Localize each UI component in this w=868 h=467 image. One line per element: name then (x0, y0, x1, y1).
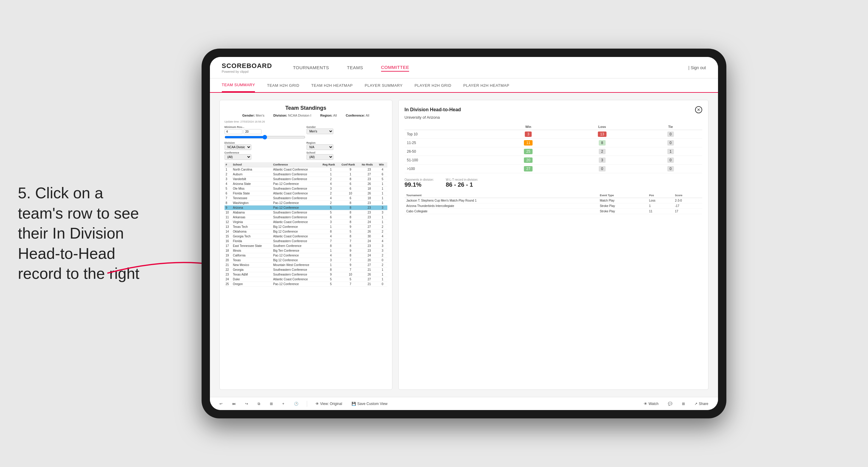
top-nav: SCOREBOARD Powered by clippd TOURNAMENTS… (210, 57, 718, 79)
save-custom-button[interactable]: 💾 Save Custom View (349, 401, 390, 407)
table-row[interactable]: 25 Oregon Pac-12 Conference 5 7 21 0 (224, 282, 388, 287)
tournament-row: Arizona Thunderbirds Intercollegiate Str… (405, 204, 702, 209)
table-row[interactable]: 3 Vanderbilt Southeastern Conference 2 8… (224, 177, 388, 182)
grid-button[interactable]: ⊞ (680, 401, 687, 407)
region-select[interactable]: N/A (307, 144, 333, 150)
col-conference: Conference (272, 162, 321, 167)
table-row[interactable]: 11 Arkansas Southeastern Conference 6 8 … (224, 215, 388, 220)
wlt-stat: W-L-T record in-division: 86 - 26 - 1 (446, 178, 478, 188)
nav-committee[interactable]: COMMITTEE (381, 64, 409, 71)
left-panel: Team Standings Gender: Men's Division: N… (219, 100, 393, 390)
right-panel: In Division Head-to-Head ✕ University of… (398, 100, 709, 390)
h2h-table: Win Loss Tie Top 10 3 13 0 11-25 11 8 0 … (405, 124, 702, 173)
tab-player-h2h-grid[interactable]: PLAYER H2H GRID (414, 79, 452, 92)
close-button[interactable]: ✕ (695, 106, 702, 113)
standings-card: Team Standings Gender: Men's Division: N… (219, 100, 393, 390)
clock-button[interactable]: 🕐 (291, 401, 301, 407)
table-row[interactable]: 2 Auburn Southeastern Conference 1 1 27 … (224, 172, 388, 177)
add-button[interactable]: + (280, 401, 287, 407)
table-row[interactable]: 23 Texas A&M Southeastern Conference 9 1… (224, 272, 388, 277)
logo-title: SCOREBOARD (222, 62, 272, 70)
opponents-stat: Opponents in division: 99.1% (405, 178, 434, 188)
h2h-team: University of Arizona (405, 115, 702, 120)
table-row[interactable]: 4 Arizona State Pac-12 Conference 4 6 26… (224, 182, 388, 186)
col-rnds: No Rnds (361, 162, 378, 167)
min-rounds-input[interactable] (224, 129, 242, 134)
table-row[interactable]: 8 Washington Pac-12 Conference 2 8 23 1 (224, 201, 388, 206)
table-row[interactable]: 21 New Mexico Mountain West Conference 1… (224, 263, 388, 268)
watch-icon: 👁 (644, 402, 647, 406)
nav-tournaments[interactable]: TOURNAMENTS (293, 64, 329, 71)
nav-teams[interactable]: TEAMS (347, 64, 363, 71)
region-filter: Region N/A (307, 142, 388, 150)
gender-select[interactable]: Men's (307, 128, 333, 134)
tourn-col-name: Tournament (405, 193, 598, 198)
share-button[interactable]: ↗ Share (692, 401, 711, 407)
table-row[interactable]: 19 California Pac-12 Conference 4 8 24 2 (224, 253, 388, 258)
table-row[interactable]: 14 Oklahoma Big 12 Conference 8 5 26 2 (224, 229, 388, 234)
col-win: Win (378, 162, 387, 167)
h2h-stats: Opponents in division: 99.1% W-L-T recor… (405, 178, 702, 188)
standings-filters: Gender: Men's Division: NCAA Division I … (224, 114, 388, 117)
tablet-frame: SCOREBOARD Powered by clippd TOURNAMENTS… (202, 49, 726, 418)
watch-button[interactable]: 👁 Watch (641, 401, 661, 407)
col-school: School (232, 162, 272, 167)
redo-button[interactable]: ↪ (243, 401, 250, 407)
school-select[interactable]: (All) (307, 154, 333, 160)
conference-select[interactable]: (All) (224, 154, 251, 160)
tournament-row: Cabo Collegiate Stroke Play 11 17 (405, 209, 702, 214)
table-row[interactable]: 17 East Tennessee State Southern Confere… (224, 244, 388, 248)
tab-team-h2h-heatmap[interactable]: TEAM H2H HEATMAP (311, 79, 353, 92)
instruction-text: 5. Click on a team's row to see their In… (18, 183, 146, 284)
division-select[interactable]: NCAA Division I (224, 144, 251, 150)
min-rounds-max-input[interactable] (244, 129, 261, 134)
h2h-header: In Division Head-to-Head ✕ (405, 106, 702, 113)
tourn-col-type: Event Type (598, 193, 647, 198)
paste-button[interactable]: ⊞ (268, 401, 275, 407)
table-row[interactable]: 1 North Carolina Atlantic Coast Conferen… (224, 167, 388, 172)
gender-filter: Gender Men's (307, 126, 388, 140)
table-row[interactable]: 24 Duke Atlantic Coast Conference 5 5 27… (224, 277, 388, 282)
table-row[interactable]: 12 Virginia Atlantic Coast Conference 3 … (224, 220, 388, 224)
tourn-col-pos: Pos (647, 193, 673, 198)
tab-team-summary[interactable]: TEAM SUMMARY (222, 79, 255, 92)
min-rounds-slider[interactable] (224, 135, 305, 139)
table-row[interactable]: 20 Texas Big 12 Conference 3 7 20 0 (224, 258, 388, 263)
school-filter: School (All) (307, 151, 388, 160)
table-row[interactable]: 18 Illinois Big Ten Conference 1 9 23 3 (224, 248, 388, 253)
table-row[interactable]: 16 Florida Southeastern Conference 7 7 2… (224, 239, 388, 244)
table-row[interactable]: 7 Tennessee Southeastern Conference 4 6 … (224, 196, 388, 201)
logo-area: SCOREBOARD Powered by clippd (222, 62, 272, 73)
view-original-button[interactable]: 👁 View: Original (313, 401, 345, 407)
table-row[interactable]: 5 Ole Miss Southeastern Conference 3 6 1… (224, 186, 388, 191)
outer-container: 5. Click on a team's row to see their In… (0, 0, 868, 467)
table-row[interactable]: 10 Alabama Southeastern Conference 5 8 2… (224, 210, 388, 215)
conference-filter: Conference (All) (224, 151, 305, 160)
col-conf-rank: Conf Rank (340, 162, 361, 167)
h2h-col-win: Win (491, 124, 565, 130)
h2h-col-loss: Loss (565, 124, 639, 130)
logo-subtitle: Powered by clippd (222, 70, 272, 73)
table-row[interactable]: 13 Texas Tech Big 12 Conference 1 9 27 2 (224, 224, 388, 229)
tournament-row: Jackson T. Stephens Cup Men's Match-Play… (405, 198, 702, 204)
comment-button[interactable]: 💬 (665, 401, 675, 407)
tab-team-h2h-grid[interactable]: TEAM H2H GRID (267, 79, 299, 92)
undo-button[interactable]: ↩ (217, 401, 225, 407)
sign-out[interactable]: | Sign out (688, 65, 706, 70)
h2h-card: In Division Head-to-Head ✕ University of… (398, 100, 709, 390)
copy-button[interactable]: ⧉ (255, 401, 263, 407)
table-row[interactable]: 9 Arizona Pac-12 Conference 5 8 23 3 (224, 206, 388, 210)
main-content: Team Standings Gender: Men's Division: N… (210, 93, 718, 397)
h2h-col-tie: Tie (639, 124, 702, 130)
table-row[interactable]: 22 Georgia Southeastern Conference 8 7 2… (224, 268, 388, 272)
share-icon: ↗ (694, 402, 698, 406)
tab-player-h2h-heatmap[interactable]: PLAYER H2H HEATMAP (463, 79, 509, 92)
standings-table: # School Conference Reg Rank Conf Rank N… (224, 162, 388, 287)
tab-player-summary[interactable]: PLAYER SUMMARY (365, 79, 403, 92)
tablet-screen: SCOREBOARD Powered by clippd TOURNAMENTS… (210, 57, 718, 410)
h2h-row: 26-50 25 2 1 (405, 147, 702, 156)
step-back-button[interactable]: ⏮ (229, 401, 238, 407)
table-row[interactable]: 15 Georgia Tech Atlantic Coast Conferenc… (224, 234, 388, 239)
update-time: Update time: 27/03/2024 16:56:26 (224, 120, 265, 123)
table-row[interactable]: 6 Florida State Atlantic Coast Conferenc… (224, 191, 388, 196)
